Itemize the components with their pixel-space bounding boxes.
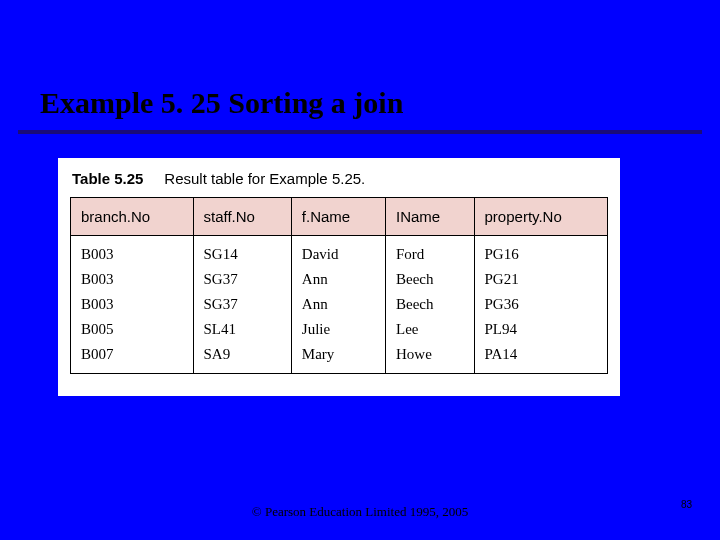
table-header-row: branch.No staff.No f.Name IName property… [71,198,608,236]
cell: PG16 [474,236,607,268]
cell: B003 [71,267,194,292]
col-header: f.Name [291,198,385,236]
cell: Ann [291,267,385,292]
table-row: B003 SG37 Ann Beech PG36 [71,292,608,317]
cell: PA14 [474,342,607,374]
table-row: B003 SG14 David Ford PG16 [71,236,608,268]
cell: SG37 [193,267,291,292]
col-header: staff.No [193,198,291,236]
result-table: branch.No staff.No f.Name IName property… [70,197,608,374]
cell: Beech [386,292,475,317]
cell: Lee [386,317,475,342]
cell: SL41 [193,317,291,342]
cell: B005 [71,317,194,342]
cell: B003 [71,236,194,268]
page-number: 83 [681,499,692,510]
cell: B003 [71,292,194,317]
cell: Beech [386,267,475,292]
cell: Howe [386,342,475,374]
footer-copyright: © Pearson Education Limited 1995, 2005 [0,504,720,520]
cell: SG37 [193,292,291,317]
table-card: Table 5.25 Result table for Example 5.25… [58,158,620,396]
cell: SA9 [193,342,291,374]
slide-title: Example 5. 25 Sorting a join [40,86,403,120]
cell: PG36 [474,292,607,317]
cell: SG14 [193,236,291,268]
table-row: B005 SL41 Julie Lee PL94 [71,317,608,342]
cell: Mary [291,342,385,374]
cell: PL94 [474,317,607,342]
col-header: property.No [474,198,607,236]
cell: B007 [71,342,194,374]
caption-sep [148,170,161,187]
table-caption-label: Table 5.25 [72,170,143,187]
col-header: branch.No [71,198,194,236]
table-caption: Table 5.25 Result table for Example 5.25… [72,170,606,187]
table-row: B007 SA9 Mary Howe PA14 [71,342,608,374]
table-row: B003 SG37 Ann Beech PG21 [71,267,608,292]
col-header: IName [386,198,475,236]
table-caption-text: Result table for Example 5.25. [164,170,365,187]
cell: PG21 [474,267,607,292]
title-underline [18,130,702,134]
cell: Julie [291,317,385,342]
cell: Ann [291,292,385,317]
cell: David [291,236,385,268]
cell: Ford [386,236,475,268]
